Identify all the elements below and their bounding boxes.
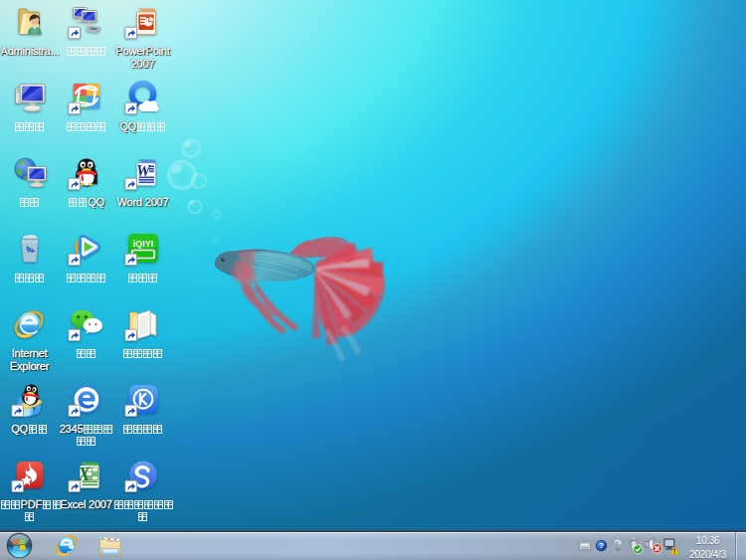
svg-text:iQIYI: iQIYI [132, 239, 153, 249]
svg-text:W: W [135, 162, 151, 179]
svg-text:?: ? [599, 541, 604, 550]
